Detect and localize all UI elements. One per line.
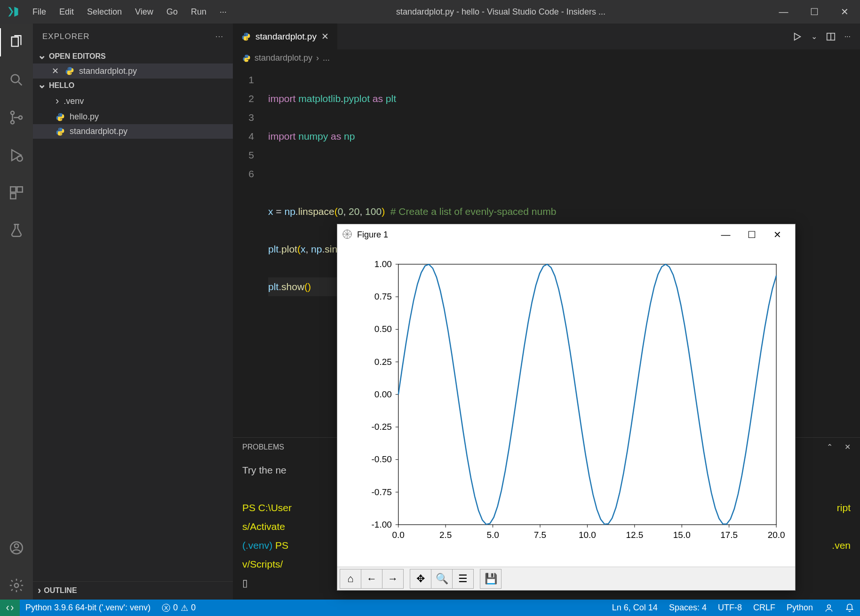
svg-text:1.00: 1.00 [374,259,392,269]
plot-canvas[interactable]: 0.02.55.07.510.012.515.017.520.0-1.00-0.… [337,245,795,567]
editor-tab[interactable]: standardplot.py ✕ [233,24,338,49]
error-icon: ⓧ [162,602,170,614]
home-icon[interactable]: ⌂ [340,569,361,589]
outline-section[interactable]: OUTLINE [33,581,233,600]
status-python-interpreter[interactable]: Python 3.9.6 64-bit ('.venv': venv) [20,603,156,613]
menu-go[interactable]: Go [160,3,184,21]
window-minimize-button[interactable]: ― [768,0,799,24]
status-bar: Python 3.9.6 64-bit ('.venv': venv) ⓧ0⚠0… [0,600,860,616]
menu-file[interactable]: File [26,3,53,21]
folder-section[interactable]: HELLO [33,79,233,93]
svg-point-1 [11,111,14,115]
svg-rect-7 [10,193,16,198]
tree-item-label: hello.py [70,112,99,122]
status-feedback-icon[interactable] [819,603,839,613]
svg-rect-5 [10,187,16,192]
status-cursor-position[interactable]: Ln 6, Col 14 [606,603,663,613]
more-actions-icon[interactable]: ··· [844,32,851,41]
panel-maximize-icon[interactable]: ⌃ [827,442,833,451]
svg-rect-6 [17,187,22,192]
explorer-icon[interactable] [0,28,33,56]
svg-text:10.0: 10.0 [579,529,596,539]
source-control-icon[interactable] [0,103,33,132]
svg-text:5.0: 5.0 [486,529,499,539]
python-file-icon [242,54,251,63]
svg-point-9 [15,544,19,548]
window-close-button[interactable]: ✕ [829,0,860,24]
status-eol[interactable]: CRLF [748,603,781,613]
tree-item-label: .venv [64,96,84,106]
status-notifications-icon[interactable] [839,603,860,613]
close-icon[interactable]: ✕ [321,31,329,42]
matplotlib-icon [342,229,353,240]
matplotlib-figure-window[interactable]: Figure 1 ― ☐ ✕ 0.02.55.07.510.012.515.01… [337,224,796,591]
svg-text:0.0: 0.0 [392,529,405,539]
menu-edit[interactable]: Edit [53,3,80,21]
back-icon[interactable]: ← [361,569,382,589]
run-debug-icon[interactable] [0,141,33,169]
svg-point-4 [17,156,22,161]
testing-icon[interactable] [0,216,33,245]
svg-text:-0.25: -0.25 [372,422,392,432]
svg-text:17.5: 17.5 [720,529,738,539]
figure-maximize-button[interactable]: ☐ [739,229,764,240]
close-icon[interactable]: ✕ [52,66,60,76]
open-editors-section[interactable]: OPEN EDITORS [33,49,233,63]
outline-label: OUTLINE [44,586,77,595]
settings-gear-icon[interactable] [0,571,33,600]
chevron-right-icon: › [316,53,319,63]
activity-bar [0,24,33,600]
panel-close-icon[interactable]: ✕ [844,442,851,451]
status-problems[interactable]: ⓧ0⚠0 [156,602,201,614]
menu-view[interactable]: View [128,3,160,21]
menu-run[interactable]: Run [184,3,213,21]
zoom-icon[interactable]: 🔍 [431,569,453,589]
tree-item-folder[interactable]: .venv [33,93,233,110]
python-file-icon [241,32,251,41]
run-button[interactable] [792,32,803,42]
search-icon[interactable] [0,66,33,94]
title-bar: File Edit Selection View Go Run ··· stan… [0,0,860,24]
panel-tab-problems[interactable]: PROBLEMS [242,443,284,451]
tab-label: standardplot.py [255,32,317,42]
pan-icon[interactable]: ✥ [410,569,431,589]
python-file-icon [56,127,65,136]
svg-text:0.25: 0.25 [374,356,392,366]
menu-selection[interactable]: Selection [80,3,128,21]
svg-point-12 [828,605,831,608]
line-numbers: 123456 [233,67,266,437]
svg-text:20.0: 20.0 [768,529,785,539]
status-encoding[interactable]: UTF-8 [712,603,748,613]
remote-indicator[interactable] [0,600,20,616]
editor-tabs: standardplot.py ✕ ⌄ ··· [233,24,860,49]
breadcrumb[interactable]: standardplot.py › ... [233,49,860,67]
accounts-icon[interactable] [0,534,33,562]
menu-more[interactable]: ··· [213,3,233,21]
split-editor-icon[interactable] [826,32,836,42]
open-editors-label: OPEN EDITORS [49,52,106,61]
window-maximize-button[interactable]: ☐ [799,0,829,24]
tree-item-file[interactable]: standardplot.py [33,124,233,139]
svg-rect-14 [398,264,776,525]
open-editor-item[interactable]: ✕ standardplot.py [33,63,233,79]
figure-minimize-button[interactable]: ― [713,229,739,240]
configure-icon[interactable]: ☰ [452,569,474,589]
chevron-right-icon [38,584,41,597]
svg-text:0.75: 0.75 [374,292,392,301]
breadcrumb-rest: ... [323,53,330,63]
extensions-icon[interactable] [0,179,33,207]
chevron-down-icon[interactable]: ⌄ [811,32,817,41]
status-language[interactable]: Python [781,603,819,613]
explorer-sidebar: EXPLORER ··· OPEN EDITORS ✕ standardplot… [33,24,233,600]
figure-close-button[interactable]: ✕ [764,229,790,240]
svg-text:2.5: 2.5 [439,529,452,539]
svg-text:12.5: 12.5 [626,529,643,539]
save-icon[interactable]: 💾 [480,569,502,589]
status-indentation[interactable]: Spaces: 4 [663,603,712,613]
open-editor-label: standardplot.py [79,66,137,76]
tree-item-file[interactable]: hello.py [33,110,233,124]
vscode-logo-icon [0,5,26,18]
figure-titlebar[interactable]: Figure 1 ― ☐ ✕ [337,224,795,245]
explorer-more-icon[interactable]: ··· [215,32,223,41]
forward-icon[interactable]: → [382,569,404,589]
